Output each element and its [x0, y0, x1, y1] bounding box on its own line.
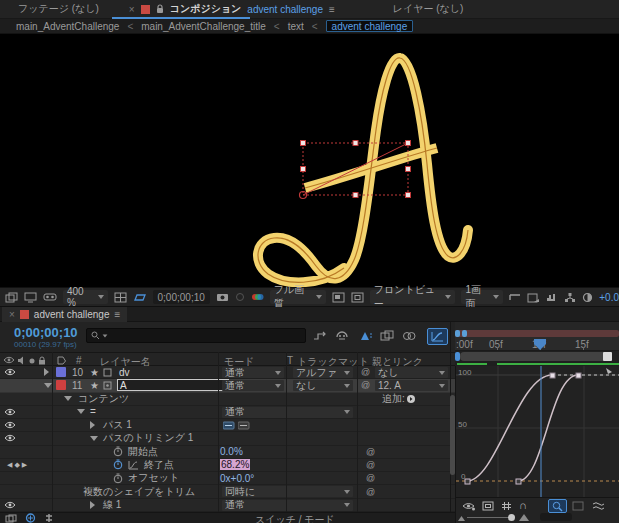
horizontal-scrollbar[interactable] — [455, 351, 619, 362]
comp-marker-bin[interactable] — [603, 352, 612, 361]
layer-name-edit-field[interactable]: A — [117, 379, 229, 391]
graph-editor-button[interactable] — [427, 328, 448, 345]
layer-row-dv[interactable]: 10 ★ dv 通常 アルファ @ なし — [0, 366, 455, 379]
tab-layer[interactable]: レイヤー (なし) — [393, 2, 464, 16]
eye-icon[interactable] — [4, 432, 16, 444]
transfer-controls-pane-icon[interactable] — [25, 513, 36, 523]
tab-footage[interactable]: フッテージ (なし) — [18, 2, 99, 16]
stopwatch-icon[interactable] — [113, 446, 123, 458]
zoom-out-icon[interactable] — [458, 515, 465, 521]
pickwhip-icon[interactable]: @ — [366, 446, 375, 458]
trim-paths-row[interactable]: パスのトリミング 1 — [0, 432, 455, 445]
property-name[interactable]: オフセット — [128, 472, 179, 484]
contents-group-row[interactable]: コンテンツ 追加: — [0, 393, 455, 406]
fast-preview-icon[interactable] — [564, 292, 576, 303]
pickwhip-icon[interactable]: @ — [361, 366, 370, 378]
breadcrumb-item[interactable]: text — [288, 21, 304, 32]
motion-blur-icon[interactable] — [358, 330, 373, 342]
auto-zoom-fit-icon[interactable] — [548, 499, 567, 513]
property-group-name[interactable]: コンテンツ — [78, 393, 129, 405]
share-view-icon[interactable] — [509, 292, 521, 302]
grid-guides-icon[interactable] — [114, 292, 127, 303]
breadcrumb-item-current[interactable]: advent challenge — [326, 20, 414, 32]
add-shape-icon[interactable] — [406, 393, 416, 405]
property-value[interactable]: 0.0% — [220, 446, 243, 458]
label-color-swatch[interactable] — [56, 380, 66, 390]
viewer-timecode[interactable]: 0;00;00;10 — [153, 290, 210, 304]
layer-row-a-selected[interactable]: 11 ★ A 通常 なし @ 12. A — [0, 379, 455, 392]
close-icon[interactable]: × — [9, 309, 15, 320]
parent-dropdown[interactable]: なし — [375, 367, 448, 378]
choose-properties-eye-icon[interactable] — [462, 501, 476, 511]
property-group-name[interactable]: パスのトリミング 1 — [103, 432, 193, 444]
column-number[interactable]: # — [76, 355, 82, 366]
work-area-bar[interactable] — [455, 330, 619, 337]
end-point-row[interactable]: ◀◆▶ 終了点 68.2% @ — [0, 459, 455, 472]
snapshot-camera-icon[interactable] — [216, 292, 229, 302]
layer-name[interactable]: dv — [119, 366, 130, 378]
twirl-icon[interactable] — [77, 406, 85, 418]
property-name[interactable]: 開始点 — [128, 446, 158, 458]
parent-dropdown[interactable]: 12. A — [375, 380, 448, 391]
in-out-pane-icon[interactable] — [44, 513, 54, 523]
search-input[interactable] — [86, 328, 306, 343]
playhead-pin[interactable] — [533, 338, 547, 351]
blend-mode-dropdown[interactable]: 通常 — [222, 367, 284, 378]
zoom-in-icon[interactable] — [519, 513, 529, 521]
blend-mode-dropdown[interactable]: 通常 — [222, 380, 284, 391]
start-point-row[interactable]: 開始点 0.0% @ — [0, 446, 455, 459]
close-icon[interactable]: × — [129, 4, 135, 15]
zoom-slider-track[interactable] — [467, 517, 511, 518]
snap-grid-icon[interactable] — [501, 501, 512, 511]
label-color-swatch[interactable] — [56, 367, 66, 377]
collapse-transform-icon[interactable] — [103, 379, 112, 391]
timeline-tab[interactable]: × advent challenge ≡ — [2, 307, 127, 322]
breadcrumb-item[interactable]: main_AdventChallenge — [16, 21, 119, 32]
graph-editor[interactable]: 100 50 0 — [455, 366, 619, 497]
twirl-icon[interactable] — [64, 393, 72, 405]
property-group-name[interactable]: 線 1 — [103, 499, 121, 511]
tab-composition[interactable]: × コンポジション advent challenge ≡ — [129, 2, 335, 16]
navigator-start-handle[interactable] — [455, 330, 460, 337]
offset-row[interactable]: オフセット 0x+0.0° @ — [0, 472, 455, 485]
panel-menu-icon[interactable]: ≡ — [329, 4, 335, 15]
time-ruler[interactable]: :00f 05f 10f 15f — [455, 337, 619, 351]
stereo-goggles-icon[interactable] — [43, 292, 57, 302]
mini-flowchart-icon[interactable] — [313, 331, 327, 342]
fit-selection-icon[interactable] — [572, 501, 584, 511]
keyframe-navigator[interactable]: ◀◆▶ — [7, 459, 29, 471]
collapse-transform-icon[interactable] — [103, 366, 112, 378]
histogram-icon[interactable] — [546, 292, 558, 302]
zoom-level-dropdown[interactable]: 400 % — [63, 290, 108, 304]
stroke-group-row[interactable]: 線 1 通常 — [0, 499, 455, 512]
navigator-end-handle[interactable] — [462, 330, 467, 337]
exposure-value[interactable]: +0.0 — [599, 292, 619, 303]
show-snapshot-icon[interactable] — [235, 292, 245, 302]
property-name[interactable]: 複数のシェイプをトリム — [83, 485, 195, 497]
brainstorm-icon[interactable] — [402, 330, 416, 342]
stopwatch-icon[interactable] — [113, 472, 123, 484]
eye-icon[interactable] — [4, 419, 16, 431]
property-name[interactable]: 終了点 — [144, 459, 174, 471]
show-channels-icon[interactable] — [251, 292, 264, 302]
group-name[interactable]: = — [90, 406, 96, 418]
eye-icon[interactable] — [4, 406, 16, 418]
timeline-timecode[interactable]: 0;00;00;10 — [14, 325, 78, 340]
graph-set-icon[interactable] — [128, 459, 139, 471]
layers-preview-icon[interactable] — [5, 292, 18, 303]
pickwhip-icon[interactable]: @ — [366, 472, 375, 484]
twirl-icon[interactable] — [90, 432, 98, 444]
eye-icon[interactable] — [4, 499, 16, 511]
column-t[interactable]: T — [287, 355, 293, 366]
quality-dropdown[interactable]: フル画質 — [270, 290, 326, 304]
path-toggle-icon[interactable] — [223, 419, 235, 431]
property-group-name[interactable]: パス 1 — [103, 419, 132, 431]
resolution-icon[interactable] — [332, 292, 345, 303]
group-blend-mode-dropdown[interactable]: 通常 — [222, 407, 353, 418]
pickwhip-icon[interactable]: @ — [366, 485, 375, 497]
path-toggle-icon[interactable] — [238, 419, 250, 431]
twirl-icon[interactable] — [90, 419, 95, 431]
breadcrumb-item[interactable]: main_AdventChallenge_title — [141, 21, 266, 32]
twirl-icon[interactable] — [44, 366, 49, 378]
adjust-exposure-icon[interactable] — [582, 292, 593, 303]
